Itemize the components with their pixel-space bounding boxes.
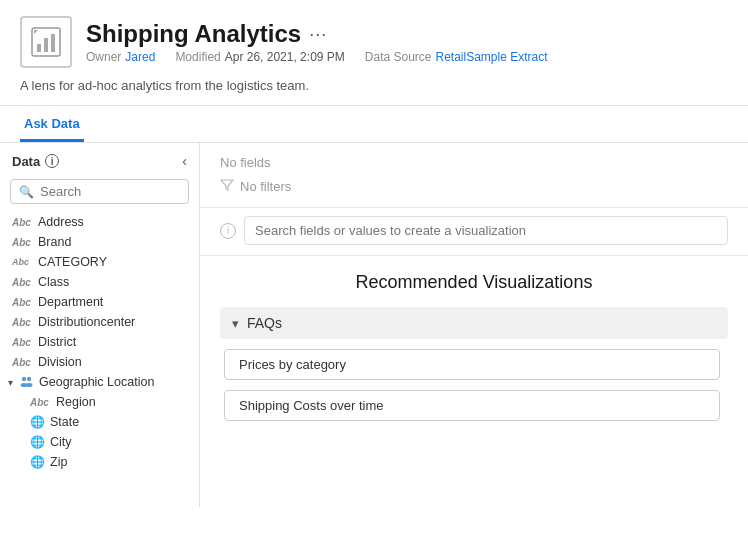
field-name-category: CATEGORY bbox=[38, 255, 107, 269]
svg-point-4 bbox=[22, 377, 26, 381]
field-name-state: State bbox=[50, 415, 79, 429]
sidebar-item-geographic-location[interactable]: ▾ Geographic Location bbox=[0, 372, 199, 392]
header-title-area: Shipping Analytics ··· Owner Jared Modif… bbox=[86, 20, 728, 64]
globe-icon: 🌐 bbox=[30, 435, 44, 449]
list-item[interactable]: Abc CATEGORY bbox=[0, 252, 199, 272]
field-list: Abc Address Abc Brand Abc CATEGORY Abc C… bbox=[0, 212, 199, 507]
search-viz-input[interactable] bbox=[244, 216, 728, 245]
workbook-description: A lens for ad-hoc analytics from the log… bbox=[20, 78, 728, 93]
search-icon: 🔍 bbox=[19, 185, 34, 199]
field-name-distributioncenter: Distributioncenter bbox=[38, 315, 135, 329]
field-name-brand: Brand bbox=[38, 235, 71, 249]
search-input[interactable] bbox=[40, 184, 180, 199]
faqs-chevron-icon: ▾ bbox=[232, 316, 239, 331]
no-fields-label: No fields bbox=[220, 155, 271, 170]
list-item[interactable]: Abc Department bbox=[0, 292, 199, 312]
info-circle-icon: i bbox=[220, 223, 236, 239]
field-type-abc: Abc bbox=[12, 237, 32, 248]
field-type-abc: Abc bbox=[12, 297, 32, 308]
field-type-abc: Abc bbox=[12, 357, 32, 368]
field-name-zip: Zip bbox=[50, 455, 67, 469]
field-name-division: Division bbox=[38, 355, 82, 369]
globe-icon: 🌐 bbox=[30, 455, 44, 469]
field-name-district: District bbox=[38, 335, 76, 349]
field-name-city: City bbox=[50, 435, 72, 449]
list-item[interactable]: Abc District bbox=[0, 332, 199, 352]
list-item[interactable]: 🌐 Zip bbox=[18, 452, 199, 472]
svg-point-7 bbox=[26, 383, 33, 387]
modified-label: Modified bbox=[175, 50, 220, 64]
field-name-region: Region bbox=[56, 395, 96, 409]
recommended-title: Recommended Visualizations bbox=[220, 272, 728, 293]
page-header: Shipping Analytics ··· Owner Jared Modif… bbox=[0, 0, 748, 106]
list-item[interactable]: Abc Class bbox=[0, 272, 199, 292]
field-name-class: Class bbox=[38, 275, 69, 289]
faqs-label: FAQs bbox=[247, 315, 282, 331]
main-content: Data i ‹ 🔍 Abc Address Abc Brand Abc CAT… bbox=[0, 143, 748, 507]
field-type-abc: Abc bbox=[12, 337, 32, 348]
people-icon bbox=[19, 375, 33, 389]
list-item[interactable]: 🌐 State bbox=[18, 412, 199, 432]
geo-children: Abc Region 🌐 State 🌐 City 🌐 Zip bbox=[0, 392, 199, 472]
filter-bar: No fields No filters bbox=[200, 143, 748, 208]
svg-rect-3 bbox=[51, 34, 55, 52]
collapse-sidebar-button[interactable]: ‹ bbox=[182, 153, 187, 169]
sidebar-item-geo-label: Geographic Location bbox=[39, 375, 154, 389]
field-type-abc: Abc bbox=[30, 397, 50, 408]
sidebar-title-label: Data bbox=[12, 154, 40, 169]
search-box[interactable]: 🔍 bbox=[10, 179, 189, 204]
field-type-abc: Abc bbox=[12, 317, 32, 328]
right-panel: No fields No filters i Recommended Visua… bbox=[200, 143, 748, 507]
list-item[interactable]: Abc Address bbox=[0, 212, 199, 232]
viz-chip-shipping-costs[interactable]: Shipping Costs over time bbox=[224, 390, 720, 421]
field-name-address: Address bbox=[38, 215, 84, 229]
list-item[interactable]: Abc Distributioncenter bbox=[0, 312, 199, 332]
chevron-down-icon: ▾ bbox=[8, 377, 13, 388]
list-item[interactable]: Abc Region bbox=[18, 392, 199, 412]
recommended-visualizations-section: Recommended Visualizations ▾ FAQs Prices… bbox=[200, 256, 748, 507]
viz-chips-row: Prices by category Shipping Costs over t… bbox=[220, 349, 728, 429]
list-item[interactable]: Abc Brand bbox=[0, 232, 199, 252]
svg-rect-1 bbox=[37, 44, 41, 52]
field-type-abc: Abc bbox=[12, 277, 32, 288]
datasource-label: Data Source bbox=[365, 50, 432, 64]
tab-ask-data[interactable]: Ask Data bbox=[20, 106, 84, 142]
info-icon[interactable]: i bbox=[45, 154, 59, 168]
owner-link[interactable]: Jared bbox=[125, 50, 155, 64]
more-options-button[interactable]: ··· bbox=[309, 24, 327, 45]
globe-icon: 🌐 bbox=[30, 415, 44, 429]
field-type-abc: Abc bbox=[12, 217, 32, 228]
no-filters-label: No filters bbox=[240, 179, 291, 194]
search-viz-row: i bbox=[200, 208, 748, 256]
list-item[interactable]: 🌐 City bbox=[18, 432, 199, 452]
viz-chip-prices-by-category[interactable]: Prices by category bbox=[224, 349, 720, 380]
modified-value: Apr 26, 2021, 2:09 PM bbox=[225, 50, 345, 64]
field-type-abc: Abc bbox=[12, 257, 32, 267]
workbook-icon bbox=[20, 16, 72, 68]
tabs-bar: Ask Data bbox=[0, 106, 748, 143]
datasource-link[interactable]: RetailSample Extract bbox=[436, 50, 548, 64]
sidebar: Data i ‹ 🔍 Abc Address Abc Brand Abc CAT… bbox=[0, 143, 200, 507]
list-item[interactable]: Abc Division bbox=[0, 352, 199, 372]
owner-label: Owner bbox=[86, 50, 121, 64]
svg-rect-2 bbox=[44, 38, 48, 52]
page-title: Shipping Analytics bbox=[86, 20, 301, 48]
svg-point-5 bbox=[27, 377, 31, 381]
faqs-row[interactable]: ▾ FAQs bbox=[220, 307, 728, 339]
filter-icon bbox=[220, 178, 234, 195]
sidebar-header: Data i ‹ bbox=[0, 143, 199, 175]
field-name-department: Department bbox=[38, 295, 103, 309]
